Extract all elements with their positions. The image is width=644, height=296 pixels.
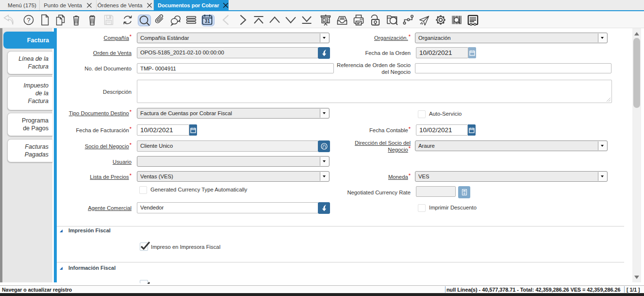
- svg-text:31: 31: [205, 18, 211, 24]
- svg-text:?: ?: [27, 17, 31, 24]
